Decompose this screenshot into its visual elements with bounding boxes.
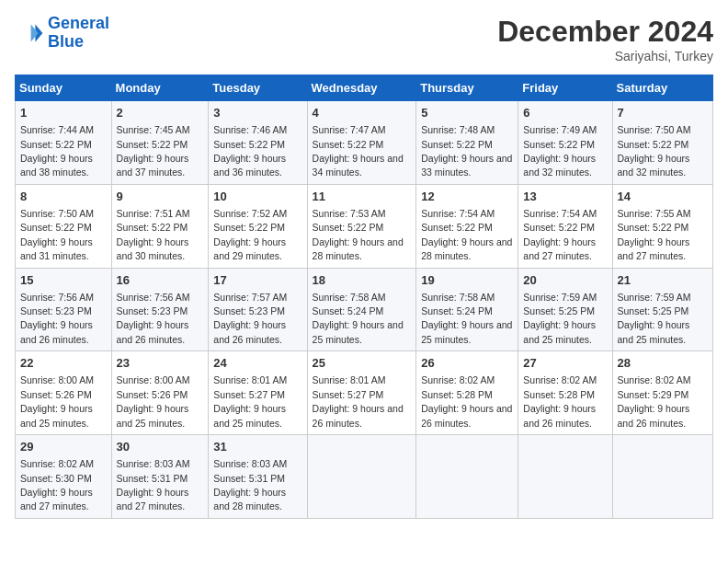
day-number: 30 xyxy=(117,439,204,455)
day-cell: 2 Sunrise: 7:45 AMSunset: 5:22 PMDayligh… xyxy=(111,101,209,185)
day-number: 17 xyxy=(213,272,301,289)
column-header-saturday: Saturday xyxy=(612,75,712,101)
day-cell: 22 Sunrise: 8:00 AMSunset: 5:26 PMDaylig… xyxy=(16,351,112,435)
day-detail: Sunrise: 7:53 AMSunset: 5:22 PMDaylight:… xyxy=(313,208,404,261)
day-number: 27 xyxy=(523,355,607,372)
day-cell: 26 Sunrise: 8:02 AMSunset: 5:28 PMDaylig… xyxy=(416,351,518,435)
day-detail: Sunrise: 8:02 AMSunset: 5:28 PMDaylight:… xyxy=(421,374,512,428)
day-number: 10 xyxy=(213,189,301,205)
month-title: December 2024 xyxy=(497,15,713,49)
day-number: 31 xyxy=(213,439,301,455)
day-cell: 23 Sunrise: 8:00 AMSunset: 5:26 PMDaylig… xyxy=(111,351,209,435)
page-header: General Blue December 2024 Sariyahsi, Tu… xyxy=(15,15,713,63)
column-header-tuesday: Tuesday xyxy=(209,75,307,101)
day-number: 20 xyxy=(523,272,607,289)
day-detail: Sunrise: 7:57 AMSunset: 5:23 PMDaylight:… xyxy=(213,292,287,345)
logo-text: General Blue xyxy=(48,15,109,52)
day-cell: 24 Sunrise: 8:01 AMSunset: 5:27 PMDaylig… xyxy=(209,351,307,435)
day-number: 16 xyxy=(117,272,204,289)
day-cell xyxy=(416,435,518,519)
day-number: 7 xyxy=(618,105,708,121)
day-detail: Sunrise: 7:49 AMSunset: 5:22 PMDaylight:… xyxy=(523,124,597,178)
day-detail: Sunrise: 7:55 AMSunset: 5:22 PMDaylight:… xyxy=(618,208,691,261)
day-detail: Sunrise: 8:02 AMSunset: 5:29 PMDaylight:… xyxy=(618,374,691,428)
day-cell xyxy=(307,435,416,519)
day-cell: 27 Sunrise: 8:02 AMSunset: 5:28 PMDaylig… xyxy=(518,351,612,435)
day-cell: 17 Sunrise: 7:57 AMSunset: 5:23 PMDaylig… xyxy=(209,268,307,351)
day-cell xyxy=(518,435,612,519)
day-cell: 12 Sunrise: 7:54 AMSunset: 5:22 PMDaylig… xyxy=(416,184,518,268)
day-detail: Sunrise: 8:02 AMSunset: 5:30 PMDaylight:… xyxy=(20,458,94,511)
day-detail: Sunrise: 7:46 AMSunset: 5:22 PMDaylight:… xyxy=(213,124,287,178)
week-row-3: 15 Sunrise: 7:56 AMSunset: 5:23 PMDaylig… xyxy=(16,268,713,351)
day-detail: Sunrise: 7:50 AMSunset: 5:22 PMDaylight:… xyxy=(618,124,691,178)
day-cell: 29 Sunrise: 8:02 AMSunset: 5:30 PMDaylig… xyxy=(16,435,112,519)
day-detail: Sunrise: 7:52 AMSunset: 5:22 PMDaylight:… xyxy=(213,208,287,261)
day-cell: 4 Sunrise: 7:47 AMSunset: 5:22 PMDayligh… xyxy=(307,101,416,185)
day-detail: Sunrise: 8:01 AMSunset: 5:27 PMDaylight:… xyxy=(213,374,287,428)
day-detail: Sunrise: 7:56 AMSunset: 5:23 PMDaylight:… xyxy=(117,292,190,345)
day-cell: 7 Sunrise: 7:50 AMSunset: 5:22 PMDayligh… xyxy=(612,101,712,185)
day-detail: Sunrise: 8:00 AMSunset: 5:26 PMDaylight:… xyxy=(117,374,190,428)
logo: General Blue xyxy=(15,15,109,52)
day-detail: Sunrise: 8:01 AMSunset: 5:27 PMDaylight:… xyxy=(313,374,404,428)
day-detail: Sunrise: 7:47 AMSunset: 5:22 PMDaylight:… xyxy=(313,124,404,178)
day-number: 23 xyxy=(117,355,204,372)
day-cell: 18 Sunrise: 7:58 AMSunset: 5:24 PMDaylig… xyxy=(307,268,416,351)
day-number: 29 xyxy=(20,439,107,455)
location-subtitle: Sariyahsi, Turkey xyxy=(497,49,713,63)
day-cell: 19 Sunrise: 7:58 AMSunset: 5:24 PMDaylig… xyxy=(416,268,518,351)
day-detail: Sunrise: 7:54 AMSunset: 5:22 PMDaylight:… xyxy=(523,208,597,261)
day-detail: Sunrise: 8:00 AMSunset: 5:26 PMDaylight:… xyxy=(20,374,94,428)
day-detail: Sunrise: 7:54 AMSunset: 5:22 PMDaylight:… xyxy=(421,208,512,261)
day-number: 19 xyxy=(421,272,513,289)
day-detail: Sunrise: 8:03 AMSunset: 5:31 PMDaylight:… xyxy=(117,458,190,511)
day-detail: Sunrise: 7:58 AMSunset: 5:24 PMDaylight:… xyxy=(313,292,404,345)
day-number: 2 xyxy=(117,105,204,121)
day-detail: Sunrise: 7:56 AMSunset: 5:23 PMDaylight:… xyxy=(20,292,94,345)
day-number: 3 xyxy=(213,105,301,121)
day-cell: 11 Sunrise: 7:53 AMSunset: 5:22 PMDaylig… xyxy=(307,184,416,268)
day-number: 22 xyxy=(20,355,107,372)
day-number: 5 xyxy=(421,105,513,121)
day-cell: 8 Sunrise: 7:50 AMSunset: 5:22 PMDayligh… xyxy=(16,184,112,268)
day-cell: 15 Sunrise: 7:56 AMSunset: 5:23 PMDaylig… xyxy=(16,268,112,351)
column-header-friday: Friday xyxy=(518,75,612,101)
day-detail: Sunrise: 7:51 AMSunset: 5:22 PMDaylight:… xyxy=(117,208,190,261)
calendar-table: SundayMondayTuesdayWednesdayThursdayFrid… xyxy=(15,75,713,519)
day-cell: 28 Sunrise: 8:02 AMSunset: 5:29 PMDaylig… xyxy=(612,351,712,435)
day-detail: Sunrise: 7:45 AMSunset: 5:22 PMDaylight:… xyxy=(117,124,190,178)
day-detail: Sunrise: 7:48 AMSunset: 5:22 PMDaylight:… xyxy=(421,124,512,178)
day-number: 26 xyxy=(421,355,513,372)
column-header-wednesday: Wednesday xyxy=(307,75,416,101)
day-cell: 1 Sunrise: 7:44 AMSunset: 5:22 PMDayligh… xyxy=(16,101,112,185)
day-number: 15 xyxy=(20,272,107,289)
week-row-1: 1 Sunrise: 7:44 AMSunset: 5:22 PMDayligh… xyxy=(16,101,713,185)
day-detail: Sunrise: 7:59 AMSunset: 5:25 PMDaylight:… xyxy=(523,292,597,345)
day-cell xyxy=(612,435,712,519)
day-cell: 25 Sunrise: 8:01 AMSunset: 5:27 PMDaylig… xyxy=(307,351,416,435)
day-number: 18 xyxy=(313,272,412,289)
day-cell: 6 Sunrise: 7:49 AMSunset: 5:22 PMDayligh… xyxy=(518,101,612,185)
day-number: 6 xyxy=(523,105,607,121)
day-cell: 31 Sunrise: 8:03 AMSunset: 5:31 PMDaylig… xyxy=(209,435,307,519)
week-row-2: 8 Sunrise: 7:50 AMSunset: 5:22 PMDayligh… xyxy=(16,184,713,268)
day-detail: Sunrise: 7:44 AMSunset: 5:22 PMDaylight:… xyxy=(20,124,94,178)
day-detail: Sunrise: 7:59 AMSunset: 5:25 PMDaylight:… xyxy=(618,292,691,345)
day-number: 1 xyxy=(20,105,107,121)
day-cell: 9 Sunrise: 7:51 AMSunset: 5:22 PMDayligh… xyxy=(111,184,209,268)
day-cell: 14 Sunrise: 7:55 AMSunset: 5:22 PMDaylig… xyxy=(612,184,712,268)
day-number: 25 xyxy=(313,355,412,372)
day-number: 13 xyxy=(523,189,607,205)
day-number: 9 xyxy=(117,189,204,205)
day-detail: Sunrise: 7:58 AMSunset: 5:24 PMDaylight:… xyxy=(421,292,512,345)
week-row-4: 22 Sunrise: 8:00 AMSunset: 5:26 PMDaylig… xyxy=(16,351,713,435)
day-cell: 20 Sunrise: 7:59 AMSunset: 5:25 PMDaylig… xyxy=(518,268,612,351)
day-cell: 21 Sunrise: 7:59 AMSunset: 5:25 PMDaylig… xyxy=(612,268,712,351)
day-detail: Sunrise: 7:50 AMSunset: 5:22 PMDaylight:… xyxy=(20,208,94,261)
week-row-5: 29 Sunrise: 8:02 AMSunset: 5:30 PMDaylig… xyxy=(16,435,713,519)
header-row: SundayMondayTuesdayWednesdayThursdayFrid… xyxy=(16,75,713,101)
day-number: 14 xyxy=(618,189,708,205)
day-number: 12 xyxy=(421,189,513,205)
day-cell: 3 Sunrise: 7:46 AMSunset: 5:22 PMDayligh… xyxy=(209,101,307,185)
